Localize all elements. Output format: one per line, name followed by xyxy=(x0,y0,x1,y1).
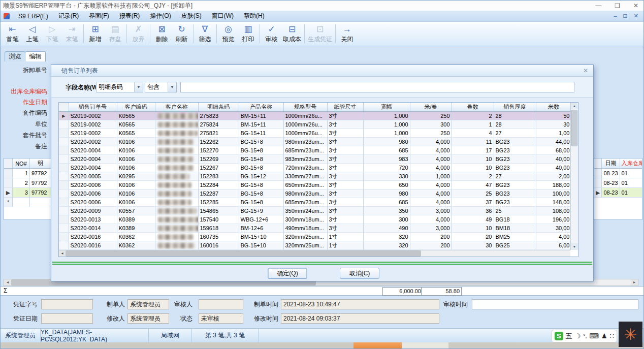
menu-item-7[interactable]: 帮助(H) xyxy=(239,11,270,21)
ime-mode-icon[interactable]: 五 xyxy=(566,332,572,340)
table-horizontal-scrollbar[interactable]: ◂ xyxy=(59,250,570,257)
taskbar-item-active[interactable] xyxy=(353,342,402,349)
table-row[interactable]: S2020-0004K0106152270BG-15+8685mm/23um..… xyxy=(59,146,571,155)
menu-item-4[interactable]: 操作(O) xyxy=(145,11,176,21)
toolbar-button-新增[interactable]: ⊞新增 xyxy=(85,22,105,45)
tab-edit[interactable]: 编辑 xyxy=(25,51,46,61)
table-row[interactable]: S2020-0009K0557154865BG-15+9350mm/24um..… xyxy=(59,207,571,215)
keyboard-icon[interactable]: ⌨ xyxy=(589,332,599,340)
grid-row[interactable]: ▶08-2301 xyxy=(594,188,642,198)
grid-column-header: 入库仓库 xyxy=(620,158,642,169)
scroll-left-icon[interactable]: ◂ xyxy=(4,279,11,285)
column-header-销售订单号[interactable]: 销售订单号 xyxy=(69,103,117,112)
table-cell: 30 xyxy=(452,241,494,250)
tab-browse[interactable]: 浏览 xyxy=(5,51,25,61)
moon-icon[interactable]: ☽ xyxy=(575,332,581,340)
menu-item-3[interactable]: 报表(R) xyxy=(114,11,145,21)
table-row[interactable]: ▶S2019-0002K0565275823BM-15+111000mm/26u… xyxy=(59,112,571,120)
filter-field-combo[interactable]: 明细条码 ▼ xyxy=(96,82,143,92)
toolbar-button-预览[interactable]: ◎预览 xyxy=(218,22,238,45)
toolbar-button-打印[interactable]: ▥打印 xyxy=(238,22,258,45)
table-cell: 980 xyxy=(363,138,410,146)
filter-value-input[interactable] xyxy=(180,82,574,92)
taskbar-item[interactable] xyxy=(402,342,448,349)
grid-row[interactable]: 08-2301 xyxy=(594,169,642,178)
table-row[interactable]: S2020-0002K0106152262BG-15+8980mm/23um..… xyxy=(59,138,571,146)
dialog-close-icon[interactable]: ✕ xyxy=(583,67,588,74)
table-vertical-scrollbar[interactable]: ▲ ▼ xyxy=(570,103,578,250)
chevron-down-icon[interactable]: ▼ xyxy=(134,82,143,92)
grid-row[interactable]: 297792 xyxy=(4,178,51,188)
redacted-customer-name xyxy=(158,156,194,162)
grid-row[interactable]: ▶397792 xyxy=(4,188,51,198)
column-header-宽幅[interactable]: 宽幅 xyxy=(363,103,410,112)
filter-icon: ∇ xyxy=(202,24,208,35)
toolbar-button-审核[interactable]: ✓审核 xyxy=(262,22,281,45)
scroll-thumb[interactable] xyxy=(66,250,421,257)
table-row[interactable]: S2020-0004K0106152267BG-15+8720mm/23um..… xyxy=(59,164,571,172)
column-header-米/卷[interactable]: 米/卷 xyxy=(410,103,452,112)
table-cell: 108,00 xyxy=(536,207,571,215)
toolbar-button-取成本[interactable]: ⊟取成本 xyxy=(281,22,303,45)
table-row[interactable]: S2020-0006K0106152285BG-15+8685mm/23um..… xyxy=(59,198,571,207)
toolbar-button-首笔[interactable]: ⇤首笔 xyxy=(3,22,22,45)
column-header-客户编码[interactable]: 客户编码 xyxy=(117,103,155,112)
column-header-明细条码[interactable]: 明细条码 xyxy=(198,103,239,112)
menu-item-0[interactable]: S9 ERP(E) xyxy=(13,11,53,21)
grid-row[interactable]: 08-2301 xyxy=(594,178,642,188)
row-indicator xyxy=(59,207,69,215)
mdi-minimize-icon[interactable]: – xyxy=(614,13,617,19)
scroll-up-icon[interactable]: ▲ xyxy=(571,103,578,109)
footer-value-审核时间 xyxy=(472,299,638,309)
table-cell: 68,00 xyxy=(536,146,571,155)
toolbar-button-关闭[interactable]: →关闭 xyxy=(337,22,357,45)
ime-sogou-icon[interactable]: S xyxy=(555,332,563,340)
scroll-right-icon[interactable]: ▸ xyxy=(631,279,638,285)
menu-item-1[interactable]: 记录(R) xyxy=(53,11,84,21)
table-row[interactable]: S2020-0004K0106152269BG-15+8983mm/23um..… xyxy=(59,155,571,164)
chevron-down-icon[interactable]: ▼ xyxy=(168,82,176,92)
cancel-button[interactable]: 取消(C) xyxy=(340,268,379,279)
table-row[interactable]: S2019-0002K0565275824BM-15+111000mm/26u.… xyxy=(59,120,571,129)
grid-row[interactable]: 197792 xyxy=(4,169,51,178)
table-row[interactable]: S2020-0006K0106152287BG-15+8980mm/23um..… xyxy=(59,189,571,198)
person-icon[interactable]: ♟ xyxy=(601,332,607,340)
column-header-客户名称[interactable]: 客户名称 xyxy=(155,103,198,112)
menu-item-5[interactable]: 皮肤(S) xyxy=(176,11,207,21)
column-header-卷数[interactable]: 卷数 xyxy=(452,103,494,112)
table-row[interactable]: S2020-0005K0295152283BG-15+12330mm/27um.… xyxy=(59,172,571,181)
redacted-customer-name xyxy=(158,131,198,136)
toolbar-button-筛选[interactable]: ∇筛选 xyxy=(195,22,215,45)
scroll-left-icon[interactable]: ◂ xyxy=(59,250,66,257)
mdi-close-icon[interactable]: ✕ xyxy=(634,13,638,19)
table-row[interactable]: S2020-0006K0106152284BG-15+8650mm/23um..… xyxy=(59,181,571,189)
column-header-销售厚度[interactable]: 销售厚度 xyxy=(494,103,536,112)
column-header-纸管尺寸[interactable]: 纸管尺寸 xyxy=(327,103,363,112)
table-row[interactable]: S2020-0016K0362160016BG-15+10320mm/25um.… xyxy=(59,241,571,250)
grid-new-row[interactable]: * xyxy=(4,198,51,207)
toolbar-button-删除[interactable]: ⊠删除 xyxy=(152,22,172,45)
toolbar-button-上笔[interactable]: ◁上笔 xyxy=(22,22,42,45)
filter-operator-combo[interactable]: 包含 ▼ xyxy=(145,82,177,92)
table-row[interactable]: S2020-0013K0389157540WBG-12+6300mm/18um.… xyxy=(59,215,571,224)
column-header-产品名称[interactable]: 产品名称 xyxy=(239,103,283,112)
table-row[interactable]: S2020-0014K0389159618BM-12+6490mm/18um..… xyxy=(59,224,571,233)
table-row[interactable]: S2020-0016K0362160735BM-15+10320mm/25um.… xyxy=(59,233,571,241)
grid-icon[interactable]: ∷ xyxy=(610,332,614,340)
toolbar-button-刷新[interactable]: ↻刷新 xyxy=(172,22,191,45)
mdi-restore-icon[interactable]: ⊡ xyxy=(623,13,628,19)
column-header-规格型号[interactable]: 规格型号 xyxy=(283,103,327,112)
minimize-icon[interactable]: — xyxy=(595,2,601,9)
maximize-icon[interactable]: ❑ xyxy=(615,2,620,9)
column-header-米数[interactable]: 米数 xyxy=(536,103,571,112)
ok-button[interactable]: 确定(Q) xyxy=(268,268,307,279)
close-icon[interactable]: ✕ xyxy=(633,2,638,9)
table-cell: 720 xyxy=(363,164,410,172)
punctuation-icon[interactable]: °, xyxy=(584,332,587,340)
menu-item-2[interactable]: 界面(F) xyxy=(84,11,114,21)
scroll-down-icon[interactable]: ▼ xyxy=(571,243,578,250)
app-corner-logo[interactable]: ✳ xyxy=(619,322,642,347)
menu-item-6[interactable]: 窗口(W) xyxy=(207,11,239,21)
scroll-thumb[interactable] xyxy=(571,110,577,146)
table-row[interactable]: S2019-0002K0565275821BG-15+111000mm/26u.… xyxy=(59,129,571,138)
